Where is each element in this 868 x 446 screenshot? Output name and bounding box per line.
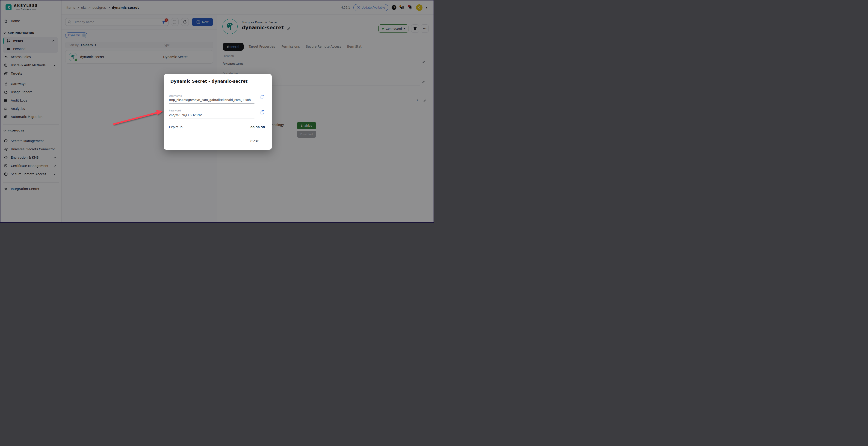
expire-in-label: Expire in [169, 125, 183, 129]
password-value: v6oJw7+9@+SDv8NV [169, 113, 254, 117]
dynamic-secret-modal: Dynamic Secret - dynamic-secret Username… [164, 74, 272, 150]
akeyless-gateway-window: AKEYLESS Gateway Home ADMINISTRATION Ite… [0, 0, 434, 223]
username-value: tmp_ekspostgresdyn_sam_gabrailtekanaid_c… [169, 98, 254, 102]
close-button[interactable]: Close [249, 139, 260, 143]
copy-icon [260, 95, 265, 99]
copy-username-button[interactable] [260, 95, 265, 99]
password-label: Password [169, 109, 181, 112]
username-label: Username [169, 94, 182, 97]
modal-title: Dynamic Secret - dynamic-secret [170, 79, 248, 83]
copy-password-button[interactable] [260, 110, 265, 114]
field-underline [169, 103, 254, 104]
expire-countdown: 00:59:58 [251, 126, 265, 129]
copy-icon [260, 110, 265, 114]
field-underline [169, 118, 254, 119]
